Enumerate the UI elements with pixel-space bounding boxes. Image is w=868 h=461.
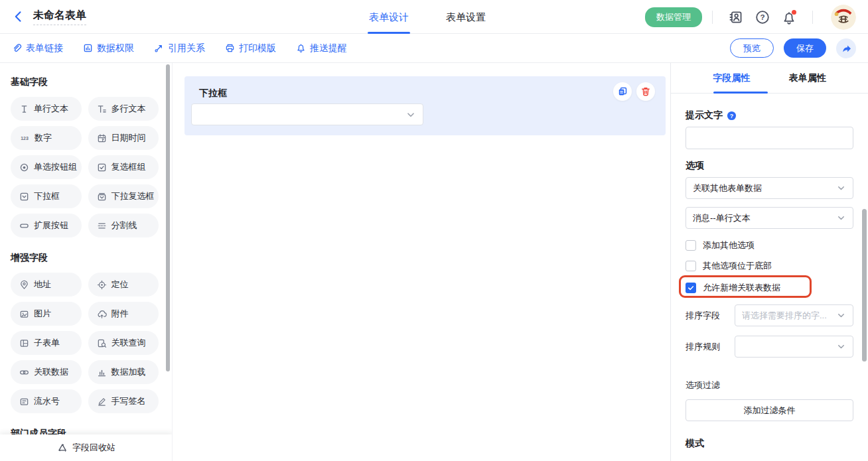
field-recycle-bin[interactable]: 字段回收站 — [0, 434, 173, 461]
field-item-dropdown-multi[interactable]: 下拉复选框 — [88, 184, 159, 208]
field-item-radio-group[interactable]: 单选按钮组 — [11, 155, 82, 179]
field-item-number[interactable]: 数字 — [11, 126, 82, 150]
help-icon[interactable] — [755, 10, 770, 25]
selected-field-card[interactable]: 下拉框 — [184, 76, 666, 135]
share-button[interactable] — [836, 38, 856, 58]
toolbar-form-link[interactable]: 表单链接 — [12, 42, 63, 54]
form-canvas[interactable]: 下拉框 — [173, 63, 670, 461]
form-title[interactable]: 未命名表单 — [33, 9, 86, 25]
field-item-multi-line-text[interactable]: 多行文本 — [88, 97, 159, 121]
hint-text-label: 提示文字 — [686, 109, 723, 121]
field-item-attachment[interactable]: 附件 — [88, 302, 159, 326]
attachment-icon — [97, 309, 107, 319]
properties-panel: 字段属性 表单属性 提示文字 选项 关联其他表单数据 消息--单行文本 添加其他… — [670, 63, 868, 461]
field-library-sidebar: 基础字段 单行文本 多行文本 数字 日期时间 单选按钮组 复选框组 下拉框 下拉… — [0, 63, 173, 461]
contacts-icon[interactable] — [729, 10, 743, 25]
push-bell-icon — [296, 43, 306, 53]
tab-form-design[interactable]: 表单设计 — [369, 0, 409, 34]
notification-red-dot — [792, 10, 796, 15]
divider-icon — [97, 221, 107, 231]
field-item-serial-number[interactable]: 流水号 — [11, 389, 82, 413]
delete-field-button[interactable] — [636, 82, 655, 101]
field-item-linked-query[interactable]: 关联查询 — [88, 331, 159, 355]
data-manage-button[interactable]: 数据管理 — [645, 7, 702, 27]
option-source-select[interactable]: 关联其他表单数据 — [686, 177, 853, 199]
dropdown-multi-icon — [97, 192, 107, 202]
section-title-basic-fields: 基础字段 — [11, 76, 159, 88]
chevron-down-icon — [836, 183, 846, 193]
printer-icon — [225, 43, 235, 53]
image-icon — [19, 309, 29, 319]
extend-button-icon — [19, 221, 29, 231]
sort-field-label: 排序字段 — [686, 310, 729, 322]
radio-group-icon — [19, 163, 29, 172]
serial-number-icon — [19, 397, 29, 407]
sidebar-scrollbar[interactable] — [166, 64, 170, 371]
tab-form-settings[interactable]: 表单设置 — [446, 0, 486, 34]
duplicate-field-button[interactable] — [613, 82, 632, 101]
field-item-dropdown[interactable]: 下拉框 — [11, 184, 82, 208]
options-label: 选项 — [686, 160, 853, 172]
save-button[interactable]: 保存 — [784, 38, 826, 58]
avatar-cat-image — [831, 5, 856, 30]
toolbar-push-reminder[interactable]: 推送提醒 — [296, 42, 347, 54]
field-item-image[interactable]: 图片 — [11, 302, 82, 326]
location-icon — [97, 280, 107, 290]
field-item-signature[interactable]: 手写签名 — [88, 389, 159, 413]
divider — [812, 11, 813, 24]
checkbox-allow-add-linked-data[interactable]: 允许新增关联表数据 — [686, 282, 853, 294]
panel-scrollbar[interactable] — [862, 209, 867, 362]
sort-rule-select[interactable] — [735, 336, 853, 358]
linked-query-icon — [97, 338, 107, 348]
back-button[interactable] — [12, 10, 25, 23]
field-item-datetime[interactable]: 日期时间 — [88, 126, 159, 150]
mode-label: 模式 — [686, 438, 853, 450]
preview-button[interactable]: 预览 — [730, 38, 774, 58]
hint-help-icon[interactable] — [727, 111, 737, 121]
check-icon — [687, 284, 695, 292]
field-item-linked-data[interactable]: 关联数据 — [11, 360, 82, 384]
sort-field-select[interactable]: 请选择需要排序的字... — [735, 304, 853, 326]
chevron-down-icon — [405, 109, 416, 120]
field-item-extend-button[interactable]: 扩展按钮 — [11, 214, 82, 237]
field-item-checkbox-group[interactable]: 复选框组 — [88, 155, 159, 179]
field-item-address[interactable]: 地址 — [11, 273, 82, 296]
tab-field-properties[interactable]: 字段属性 — [713, 72, 750, 84]
option-field-select[interactable]: 消息--单行文本 — [686, 207, 853, 229]
field-item-subform[interactable]: 子表单 — [11, 331, 82, 355]
section-title-enhanced-fields: 增强字段 — [11, 252, 159, 264]
subform-icon — [19, 338, 29, 348]
signature-icon — [97, 397, 107, 407]
field-dropdown-control[interactable] — [191, 103, 423, 125]
checkbox-checked[interactable] — [686, 283, 696, 293]
checkbox-add-other-option[interactable]: 添加其他选项 — [686, 239, 853, 251]
field-item-location[interactable]: 定位 — [88, 273, 159, 296]
number-icon — [19, 133, 30, 143]
form-toolbar: 表单链接 数据权限 引用关系 打印模版 推送提醒 预览 保存 — [0, 34, 868, 63]
toolbar-reference-relation[interactable]: 引用关系 — [154, 42, 205, 54]
single-line-text-icon — [19, 104, 29, 114]
checkbox-unchecked[interactable] — [686, 261, 696, 271]
checkbox-unchecked[interactable] — [686, 240, 696, 251]
address-icon — [19, 280, 29, 290]
sort-rule-label: 排序规则 — [686, 341, 729, 353]
add-filter-condition-button[interactable]: 添加过滤条件 — [686, 399, 853, 421]
user-avatar[interactable] — [831, 5, 856, 30]
header-tabs: 表单设计 表单设置 — [369, 0, 486, 34]
divider — [712, 11, 713, 24]
field-item-data-load[interactable]: 数据加载 — [88, 360, 159, 384]
field-item-divider-line[interactable]: 分割线 — [88, 214, 159, 237]
option-filter-label: 选项过滤 — [686, 379, 853, 391]
data-load-icon — [97, 367, 107, 377]
reference-icon — [154, 43, 164, 53]
field-item-single-line-text[interactable]: 单行文本 — [11, 97, 82, 121]
toolbar-data-permission[interactable]: 数据权限 — [83, 42, 134, 54]
hint-text-input[interactable] — [686, 127, 853, 149]
toolbar-print-template[interactable]: 打印模版 — [225, 42, 276, 54]
chevron-down-icon — [836, 310, 846, 320]
checkbox-other-option-bottom[interactable]: 其他选项位于底部 — [686, 260, 853, 272]
notification-bell-icon[interactable] — [782, 11, 796, 25]
link-icon — [12, 43, 22, 53]
tab-form-properties[interactable]: 表单属性 — [789, 72, 826, 84]
trash-icon — [640, 86, 651, 97]
